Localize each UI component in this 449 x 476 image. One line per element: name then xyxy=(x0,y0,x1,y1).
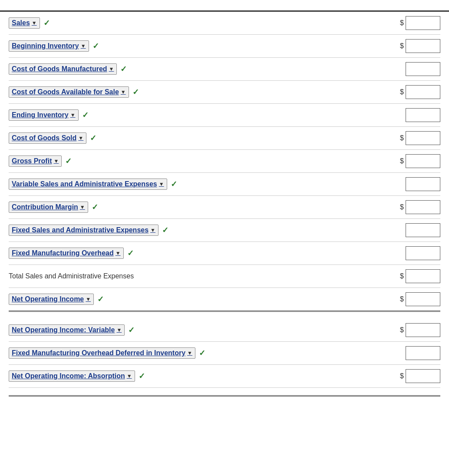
chevron-down-icon: ▼ xyxy=(159,181,164,187)
row-fixed-mfg-overhead: Fixed Manufacturing Overhead▼✓ xyxy=(9,242,440,265)
input-area-cost-of-goods-sold: $ xyxy=(388,131,440,145)
label-area-fixed-sales-admin: Fixed Sales and Administrative Expenses▼… xyxy=(9,225,388,236)
dropdown-fixed-mfg-deferred[interactable]: Fixed Manufacturing Overhead Deferred in… xyxy=(9,347,195,359)
input-area-cost-of-goods-manufactured xyxy=(388,62,440,76)
row-beginning-inventory: Beginning Inventory▼✓$ xyxy=(9,35,440,58)
value-input-contribution-margin[interactable] xyxy=(406,200,440,214)
dollar-sign-noi-absorption: $ xyxy=(400,372,404,380)
dollar-sign-beginning-inventory: $ xyxy=(400,42,404,50)
dollar-sign-net-operating-income: $ xyxy=(400,295,404,303)
value-input-fixed-mfg-deferred[interactable] xyxy=(406,346,440,360)
label-area-ending-inventory: Ending Inventory▼✓ xyxy=(9,109,388,121)
dropdown-fixed-sales-admin[interactable]: Fixed Sales and Administrative Expenses▼ xyxy=(9,225,158,236)
main-content: Sales▼✓$Beginning Inventory▼✓$Cost of Go… xyxy=(0,12,449,397)
dropdown-ending-inventory[interactable]: Ending Inventory▼ xyxy=(9,109,79,121)
dropdown-label-text-sales: Sales xyxy=(12,19,30,27)
chevron-down-icon: ▼ xyxy=(81,43,86,49)
dropdown-cost-of-goods-available[interactable]: Cost of Goods Available for Sale▼ xyxy=(9,86,129,98)
chevron-down-icon: ▼ xyxy=(116,327,122,333)
row-cost-of-goods-sold: Cost of Goods Sold▼✓$ xyxy=(9,127,440,150)
input-area-net-operating-income: $ xyxy=(388,292,440,306)
label-area-cost-of-goods-sold: Cost of Goods Sold▼✓ xyxy=(9,132,388,144)
dropdown-label-text-variable-sales-admin: Variable Sales and Administrative Expens… xyxy=(12,180,157,188)
dropdown-fixed-mfg-overhead[interactable]: Fixed Manufacturing Overhead▼ xyxy=(9,248,124,259)
value-input-total-sales-admin[interactable] xyxy=(406,269,440,283)
input-area-fixed-sales-admin xyxy=(388,223,440,237)
dropdown-label-text-net-operating-income: Net Operating Income xyxy=(12,295,84,303)
input-area-beginning-inventory: $ xyxy=(388,39,440,53)
value-input-noi-absorption[interactable] xyxy=(406,369,440,383)
dropdown-gross-profit[interactable]: Gross Profit▼ xyxy=(9,155,62,167)
value-input-variable-sales-admin[interactable] xyxy=(406,177,440,191)
dollar-sign-gross-profit: $ xyxy=(400,157,404,165)
label-area-fixed-mfg-overhead: Fixed Manufacturing Overhead▼✓ xyxy=(9,248,388,259)
check-icon-noi-variable: ✓ xyxy=(128,325,135,335)
label-area-sales: Sales▼✓ xyxy=(9,17,388,29)
label-area-total-sales-admin: Total Sales and Administrative Expenses xyxy=(9,272,388,280)
chevron-down-icon: ▼ xyxy=(187,350,192,356)
value-input-net-operating-income[interactable] xyxy=(406,292,440,306)
input-area-gross-profit: $ xyxy=(388,154,440,168)
dropdown-variable-sales-admin[interactable]: Variable Sales and Administrative Expens… xyxy=(9,178,167,190)
label-area-cost-of-goods-manufactured: Cost of Goods Manufactured▼✓ xyxy=(9,63,388,75)
chevron-down-icon: ▼ xyxy=(121,89,126,95)
check-icon-ending-inventory: ✓ xyxy=(82,110,89,120)
dollar-sign-cost-of-goods-available: $ xyxy=(400,88,404,96)
chevron-down-icon: ▼ xyxy=(70,112,76,118)
input-area-ending-inventory xyxy=(388,108,440,122)
dropdown-label-text-fixed-mfg-deferred: Fixed Manufacturing Overhead Deferred in… xyxy=(12,349,185,357)
chevron-down-icon: ▼ xyxy=(109,66,114,72)
input-area-variable-sales-admin xyxy=(388,177,440,191)
dropdown-sales[interactable]: Sales▼ xyxy=(9,17,40,29)
check-icon-net-operating-income: ✓ xyxy=(97,294,104,304)
dropdown-label-text-gross-profit: Gross Profit xyxy=(12,157,52,165)
dropdown-label-text-fixed-sales-admin: Fixed Sales and Administrative Expenses xyxy=(12,226,149,234)
value-input-cost-of-goods-available[interactable] xyxy=(406,85,440,99)
check-icon-noi-absorption: ✓ xyxy=(139,371,145,381)
check-icon-fixed-mfg-overhead: ✓ xyxy=(127,248,134,258)
dropdown-noi-absorption[interactable]: Net Operating Income: Absorption▼ xyxy=(9,370,135,382)
chevron-down-icon: ▼ xyxy=(86,296,91,302)
dropdown-cost-of-goods-sold[interactable]: Cost of Goods Sold▼ xyxy=(9,132,86,144)
dollar-sign-cost-of-goods-sold: $ xyxy=(400,134,404,142)
value-input-fixed-sales-admin[interactable] xyxy=(406,223,440,237)
chevron-down-icon: ▼ xyxy=(127,373,132,379)
dollar-sign-noi-variable: $ xyxy=(400,326,404,334)
value-input-cost-of-goods-sold[interactable] xyxy=(406,131,440,145)
check-icon-beginning-inventory: ✓ xyxy=(92,41,99,51)
row-noi-variable: Net Operating Income: Variable▼✓$ xyxy=(9,319,440,342)
row-total-sales-admin: Total Sales and Administrative Expenses$ xyxy=(9,265,440,288)
check-icon-variable-sales-admin: ✓ xyxy=(171,179,177,189)
input-area-noi-variable: $ xyxy=(388,323,440,337)
value-input-beginning-inventory[interactable] xyxy=(406,39,440,53)
value-input-sales[interactable] xyxy=(406,16,440,30)
input-area-contribution-margin: $ xyxy=(388,200,440,214)
row-sales: Sales▼✓$ xyxy=(9,12,440,35)
label-area-net-operating-income: Net Operating Income▼✓ xyxy=(9,294,388,305)
dollar-sign-contribution-margin: $ xyxy=(400,203,404,211)
dropdown-beginning-inventory[interactable]: Beginning Inventory▼ xyxy=(9,40,89,52)
value-input-fixed-mfg-overhead[interactable] xyxy=(406,246,440,260)
reconciliation-label xyxy=(9,312,440,319)
row-fixed-mfg-deferred: Fixed Manufacturing Overhead Deferred in… xyxy=(9,342,440,365)
input-area-cost-of-goods-available: $ xyxy=(388,85,440,99)
check-icon-fixed-sales-admin: ✓ xyxy=(162,225,168,235)
input-area-fixed-mfg-deferred xyxy=(388,346,440,360)
value-input-cost-of-goods-manufactured[interactable] xyxy=(406,62,440,76)
input-area-fixed-mfg-overhead xyxy=(388,246,440,260)
value-input-ending-inventory[interactable] xyxy=(406,108,440,122)
dropdown-noi-variable[interactable]: Net Operating Income: Variable▼ xyxy=(9,324,125,336)
row-gross-profit: Gross Profit▼✓$ xyxy=(9,150,440,173)
plain-label-total-sales-admin: Total Sales and Administrative Expenses xyxy=(9,272,134,280)
dropdown-label-text-cost-of-goods-manufactured: Cost of Goods Manufactured xyxy=(12,65,107,73)
row-noi-absorption: Net Operating Income: Absorption▼✓$ xyxy=(9,365,440,388)
input-area-total-sales-admin: $ xyxy=(388,269,440,283)
row-cost-of-goods-available: Cost of Goods Available for Sale▼✓$ xyxy=(9,81,440,104)
dropdown-net-operating-income[interactable]: Net Operating Income▼ xyxy=(9,294,94,305)
check-icon-cost-of-goods-manufactured: ✓ xyxy=(120,64,127,74)
row-cost-of-goods-manufactured: Cost of Goods Manufactured▼✓ xyxy=(9,58,440,81)
value-input-gross-profit[interactable] xyxy=(406,154,440,168)
value-input-noi-variable[interactable] xyxy=(406,323,440,337)
dropdown-cost-of-goods-manufactured[interactable]: Cost of Goods Manufactured▼ xyxy=(9,63,117,75)
dropdown-contribution-margin[interactable]: Contribution Margin▼ xyxy=(9,202,88,213)
